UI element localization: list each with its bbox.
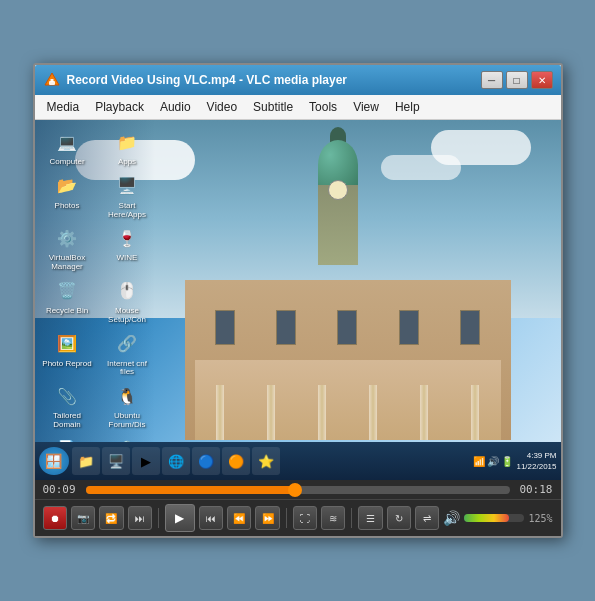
menu-video[interactable]: Video [199, 97, 245, 117]
desktop-icon-apps: 📁 Apps [100, 128, 155, 167]
video-area[interactable]: 💻 Computer 📁 Apps 📂 Photos 🖥️ Start Here… [35, 120, 561, 480]
window-controls: ─ □ ✕ [481, 71, 553, 89]
progress-bar[interactable] [86, 486, 510, 494]
window5 [460, 310, 480, 345]
col1 [216, 385, 224, 440]
volume-section: 🔊 125% [443, 510, 552, 526]
loop-button[interactable]: ↻ [387, 506, 411, 530]
separator3 [351, 508, 352, 528]
taskbar-icon-folder[interactable]: 📁 [72, 447, 100, 475]
window-title: Record Video Using VLC.mp4 - VLC media p… [67, 73, 481, 87]
taskbar-icon-browser1[interactable]: 🌐 [162, 447, 190, 475]
window1 [215, 310, 235, 345]
window3 [337, 310, 357, 345]
taskbar-icon-vlc[interactable]: 🟠 [222, 447, 250, 475]
title-bar: Record Video Using VLC.mp4 - VLC media p… [35, 65, 561, 95]
snapshot-button[interactable]: 📷 [71, 506, 95, 530]
menu-media[interactable]: Media [39, 97, 88, 117]
col6 [471, 385, 479, 440]
taskbar-icon-browser2[interactable]: 🔵 [192, 447, 220, 475]
menu-audio[interactable]: Audio [152, 97, 199, 117]
col5 [420, 385, 428, 440]
separator2 [286, 508, 287, 528]
start-button[interactable]: 🪟 [39, 447, 69, 475]
taskbar-icons: 📁 🖥️ ▶ 🌐 🔵 🟠 ⭐ [72, 447, 471, 475]
taskbar-icon-other[interactable]: ⭐ [252, 447, 280, 475]
sys-icon-network: 📶 [473, 456, 485, 467]
cloud3 [381, 155, 461, 180]
taskbar-sys-icons: 📶 🔊 🔋 [473, 456, 513, 467]
sys-icon-sound: 🔊 [487, 456, 499, 467]
equalizer-button[interactable]: ≋ [321, 506, 345, 530]
prev-chapter-button[interactable]: ⏮ [199, 506, 223, 530]
playlist-button[interactable]: ☰ [358, 506, 382, 530]
window4 [399, 310, 419, 345]
minimize-button[interactable]: ─ [481, 71, 503, 89]
menu-tools[interactable]: Tools [301, 97, 345, 117]
desktop-icon-tailored: 📎 Tailored Domain [40, 382, 95, 430]
col3 [318, 385, 326, 440]
menu-help[interactable]: Help [387, 97, 428, 117]
menu-playback[interactable]: Playback [87, 97, 152, 117]
shuffle-button[interactable]: ⇌ [415, 506, 439, 530]
maximize-button[interactable]: □ [506, 71, 528, 89]
tower-body [318, 185, 358, 265]
desktop-icon-photos: 📂 Photos [40, 172, 95, 220]
desktop-icon-photo: 🖼️ Photo Reprod [40, 330, 95, 378]
col4 [369, 385, 377, 440]
vlc-icon [43, 71, 61, 89]
taskbar-icon-media[interactable]: ▶ [132, 447, 160, 475]
menu-bar: Media Playback Audio Video Subtitle Tool… [35, 95, 561, 120]
volume-filled [464, 514, 509, 522]
svg-rect-2 [50, 79, 53, 82]
volume-icon: 🔊 [443, 510, 460, 526]
desktop-taskbar: 🪟 📁 🖥️ ▶ 🌐 🔵 🟠 ⭐ 📶 🔊 🔋 4:39 PM 11/22/201… [35, 442, 561, 480]
volume-percent: 125% [528, 513, 552, 524]
fullscreen-button[interactable]: ⛶ [293, 506, 317, 530]
building [135, 180, 541, 440]
desktop-icon-computer: 💻 Computer [40, 128, 95, 167]
taskbar-clock: 4:39 PM 11/22/2015 [516, 450, 556, 472]
clock-face [328, 180, 348, 200]
menu-subtitle[interactable]: Subtitle [245, 97, 301, 117]
total-time: 00:18 [518, 483, 553, 496]
frame-by-frame-button[interactable]: ⏭ [128, 506, 152, 530]
portico-columns [195, 380, 501, 440]
vlc-window: Record Video Using VLC.mp4 - VLC media p… [33, 63, 563, 538]
desktop-icon-virtualbox: ⚙️ VirtualBox Manager [40, 224, 95, 272]
window2 [276, 310, 296, 345]
loop-ab-button[interactable]: 🔁 [99, 506, 123, 530]
sys-icon-battery: 🔋 [501, 456, 513, 467]
taskbar-icon-term[interactable]: 🖥️ [102, 447, 130, 475]
menu-view[interactable]: View [345, 97, 387, 117]
desktop-icon-recycle: 🗑️ Recycle Bin [40, 277, 95, 325]
col2 [267, 385, 275, 440]
building-windows [195, 310, 501, 345]
recording-controls: ⏺ 📷 🔁 ⏭ ▶ ⏮ ⏪ ⏩ ⛶ ≋ ☰ ↻ ⇌ 🔊 125% [35, 499, 561, 536]
next-frame-button[interactable]: ⏩ [255, 506, 279, 530]
prev-frame-button[interactable]: ⏪ [227, 506, 251, 530]
play-button[interactable]: ▶ [165, 504, 195, 532]
tower [308, 155, 368, 285]
volume-bar[interactable] [464, 514, 524, 522]
current-time: 00:09 [43, 483, 78, 496]
portico [195, 360, 501, 440]
progress-filled [86, 486, 298, 494]
progress-section: 00:09 00:18 [35, 480, 561, 499]
video-frame: 💻 Computer 📁 Apps 📂 Photos 🖥️ Start Here… [35, 120, 561, 480]
separator1 [158, 508, 159, 528]
progress-handle[interactable] [288, 483, 302, 497]
record-button[interactable]: ⏺ [43, 506, 67, 530]
close-button[interactable]: ✕ [531, 71, 553, 89]
